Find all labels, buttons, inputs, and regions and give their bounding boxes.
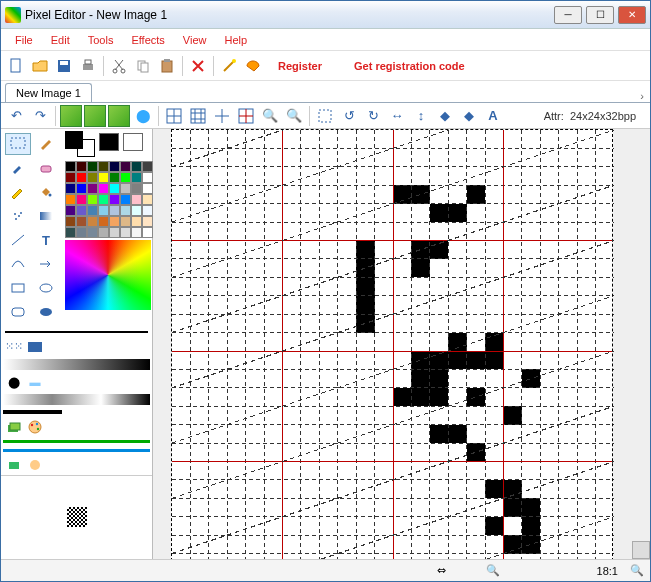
color-swatch[interactable] [76, 183, 87, 194]
color-swatch[interactable] [98, 205, 109, 216]
swatch-black[interactable] [99, 133, 119, 151]
text-annotation-button[interactable]: A [482, 105, 504, 127]
gradient-bar[interactable] [3, 359, 150, 370]
layers2-icon[interactable] [5, 457, 23, 473]
copy-button[interactable] [132, 55, 154, 77]
color-swatch[interactable] [109, 161, 120, 172]
color-swatch[interactable] [142, 161, 153, 172]
minimize-button[interactable]: ─ [554, 6, 582, 24]
color-swatch[interactable] [109, 194, 120, 205]
zoom-in-button[interactable]: 🔍 [259, 105, 281, 127]
color-swatch[interactable] [120, 183, 131, 194]
color-swatch[interactable] [142, 227, 153, 238]
maximize-button[interactable]: ☐ [586, 6, 614, 24]
pattern-dots-icon[interactable]: ⁙⁙ [5, 339, 23, 355]
color-swatch[interactable] [76, 161, 87, 172]
color-swatch[interactable] [131, 194, 142, 205]
zoom-out-icon[interactable]: 🔍 [486, 564, 500, 577]
pixel-canvas[interactable] [171, 129, 613, 559]
color-swatch[interactable] [131, 183, 142, 194]
cube-view-1-button[interactable] [60, 105, 82, 127]
color-swatch[interactable] [65, 172, 76, 183]
color-swatch[interactable] [65, 205, 76, 216]
color-swatch[interactable] [131, 227, 142, 238]
chevron-right-icon[interactable]: › [634, 90, 650, 102]
color-swatch[interactable] [131, 216, 142, 227]
color-swatch[interactable] [76, 194, 87, 205]
color-swatch[interactable] [131, 161, 142, 172]
color-swatch[interactable] [142, 183, 153, 194]
color-swatch[interactable] [87, 172, 98, 183]
color-swatch[interactable] [87, 183, 98, 194]
brush-tool[interactable] [33, 133, 59, 155]
rotate-right-button[interactable]: ↻ [362, 105, 384, 127]
flip-h-button[interactable]: ↔ [386, 105, 408, 127]
color-swatch[interactable] [65, 194, 76, 205]
crop-button[interactable] [314, 105, 336, 127]
flip-v-button[interactable]: ↕ [410, 105, 432, 127]
rect-tool[interactable] [5, 277, 31, 299]
tab-image[interactable]: New Image 1 [5, 83, 92, 102]
zoom-in-icon[interactable]: 🔍 [630, 564, 644, 577]
pattern-solid-icon[interactable] [26, 339, 44, 355]
color-swatch[interactable] [109, 227, 120, 238]
roundrect-tool[interactable] [5, 301, 31, 323]
crosshair-button[interactable] [211, 105, 233, 127]
color-swatch[interactable] [131, 205, 142, 216]
gradient-tool[interactable] [33, 205, 59, 227]
color-swatch[interactable] [65, 161, 76, 172]
redo-button[interactable]: ↷ [29, 105, 51, 127]
color-swatch[interactable] [76, 227, 87, 238]
color-swatch[interactable] [98, 183, 109, 194]
cube-view-3-button[interactable] [108, 105, 130, 127]
curve-tool[interactable] [5, 253, 31, 275]
color-swatch[interactable] [120, 205, 131, 216]
grid-button[interactable] [163, 105, 185, 127]
open-file-button[interactable] [29, 55, 51, 77]
palette2-icon[interactable] [26, 457, 44, 473]
line-tool[interactable] [5, 229, 31, 251]
arrow-tool[interactable] [33, 253, 59, 275]
menu-tools[interactable]: Tools [80, 32, 122, 48]
color-swatch[interactable] [120, 161, 131, 172]
color-swatch[interactable] [120, 227, 131, 238]
fill-tool[interactable] [33, 181, 59, 203]
color-swatch[interactable] [65, 183, 76, 194]
color-swatch[interactable] [76, 216, 87, 227]
rotate-left-button[interactable]: ↺ [338, 105, 360, 127]
gradient-bar-2[interactable] [3, 394, 150, 405]
palette-icon[interactable] [26, 419, 44, 435]
eraser-tool[interactable] [33, 157, 59, 179]
layers-icon[interactable] [5, 419, 23, 435]
select-tool[interactable] [5, 133, 31, 155]
color-swatch[interactable] [142, 205, 153, 216]
eyedropper-tool[interactable] [5, 157, 31, 179]
spray-tool[interactable] [5, 205, 31, 227]
cut-button[interactable] [108, 55, 130, 77]
get-code-link[interactable]: Get registration code [354, 60, 465, 72]
delete-button[interactable] [187, 55, 209, 77]
color-swatch[interactable] [87, 205, 98, 216]
color-swatch[interactable] [87, 161, 98, 172]
color-swatch[interactable] [65, 227, 76, 238]
color-swatch[interactable] [109, 183, 120, 194]
save-button[interactable] [53, 55, 75, 77]
register-link[interactable]: Register [278, 60, 322, 72]
color-swatch[interactable] [120, 172, 131, 183]
close-button[interactable]: ✕ [618, 6, 646, 24]
color-swatch[interactable] [142, 194, 153, 205]
menu-effects[interactable]: Effects [123, 32, 172, 48]
color-swatch[interactable] [120, 194, 131, 205]
zoom-out-button[interactable]: 🔍 [283, 105, 305, 127]
color-wheel[interactable] [65, 240, 151, 310]
line-weight[interactable] [3, 410, 150, 414]
color-swatch[interactable] [120, 216, 131, 227]
color-swatch[interactable] [87, 227, 98, 238]
color-swatch[interactable] [65, 216, 76, 227]
color-swatch[interactable] [98, 161, 109, 172]
color-swatch[interactable] [87, 216, 98, 227]
help-button[interactable] [242, 55, 264, 77]
brush-hard-icon[interactable]: ▬ [26, 374, 44, 390]
color-swatch[interactable] [98, 227, 109, 238]
color-swatch[interactable] [131, 172, 142, 183]
